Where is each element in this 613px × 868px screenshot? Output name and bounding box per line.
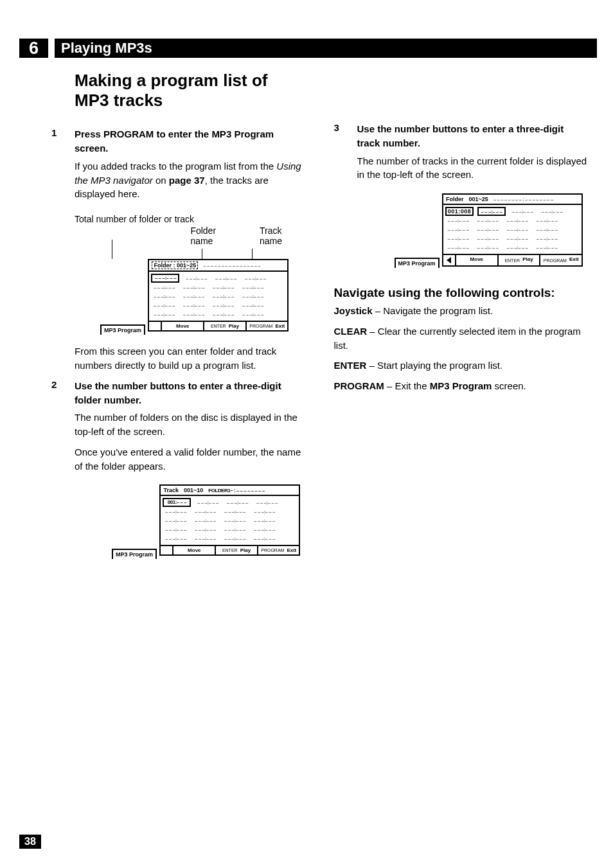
ss-footer: Move ENTERPlay PROGRAMExit xyxy=(161,545,299,554)
ss-top-b: 001~10 xyxy=(184,487,203,493)
ss-cell xyxy=(505,217,529,224)
ss-top-c: FOLDER1~ : – – – – – – – – xyxy=(208,488,264,493)
ss-top-dashes: – – – – – – – – – – – – – – – – xyxy=(203,263,260,269)
ss-cell xyxy=(254,499,279,506)
ss-enter-lbl: ENTER xyxy=(222,548,238,553)
step-heading: Press PROGRAM to enter the MP3 Program s… xyxy=(75,127,305,155)
step-1: 1 Press PROGRAM to enter the MP3 Program… xyxy=(51,127,305,208)
ss-cell xyxy=(213,275,238,281)
chapter-gap xyxy=(48,39,55,58)
ss-top-label: Folder : 001~25 xyxy=(152,261,198,269)
ss-cell xyxy=(163,526,188,533)
chapter-title: Playing MP3s xyxy=(55,39,152,58)
chapter-header: 6 Playing MP3s xyxy=(19,39,597,58)
ss-cell xyxy=(181,302,206,308)
ss-move: Move xyxy=(188,547,200,553)
text: If you added tracks to the program list … xyxy=(75,161,276,172)
step-number: 2 xyxy=(51,379,75,480)
ss-cell-selected: 001:– – – xyxy=(163,498,191,507)
ctrl-name: Joystick xyxy=(334,305,373,316)
ss-exit: Exit xyxy=(287,547,296,553)
page-number: 38 xyxy=(19,835,41,849)
step-body: The number of tracks in the current fold… xyxy=(357,154,588,182)
ss-top-b: 001~25 xyxy=(469,196,488,202)
ss-cell xyxy=(152,293,176,299)
ss-cell xyxy=(152,284,176,290)
ss-cell xyxy=(510,208,535,215)
figure-3: MP3 Program Folder 001~25 – – – – – – – … xyxy=(395,193,588,267)
ss-program-lbl: PROGRAM xyxy=(544,258,567,263)
step-body: The number of folders on the disc is dis… xyxy=(75,411,305,439)
right-column: 3 Use the number buttons to enter a thre… xyxy=(334,71,588,569)
ss-cell xyxy=(446,235,470,242)
ss-cell xyxy=(505,244,529,251)
ss-exit: Exit xyxy=(569,256,579,264)
screenshot-2: Track 001~10 FOLDER1~ : – – – – – – – – … xyxy=(159,484,300,556)
ss-cell xyxy=(181,284,206,290)
step-3: 3 Use the number buttons to enter a thre… xyxy=(334,122,588,188)
ss-cell xyxy=(193,526,217,533)
ss-cell xyxy=(252,535,276,542)
ss-cell xyxy=(240,293,265,299)
ss-program-lbl: PROGRAM xyxy=(261,548,284,553)
chapter-number: 6 xyxy=(19,39,48,58)
ss-footer: Move ENTERPlay PROGRAMExit xyxy=(443,254,582,265)
screenshot-tab: MP3 Program xyxy=(100,324,145,335)
ctrl-desc: – Start playing the program list. xyxy=(366,360,502,371)
ss-cell xyxy=(193,535,217,542)
ss-cell xyxy=(535,235,559,242)
ss-cell xyxy=(475,244,500,251)
screenshot-3: Folder 001~25 – – – – – – – – : – – – – … xyxy=(442,193,583,267)
ss-cell-selected: – – –:– – – xyxy=(151,274,179,283)
page-ref: page 37 xyxy=(169,175,205,186)
ss-cell xyxy=(446,226,470,233)
step-body: Once you've entered a valid folder numbe… xyxy=(75,445,305,474)
ss-cell xyxy=(475,217,500,224)
ctrl-name: CLEAR xyxy=(334,326,368,337)
ss-cell xyxy=(163,508,188,515)
step-1-after: From this screen you can enter folder an… xyxy=(75,344,305,373)
ss-cell xyxy=(240,284,265,290)
nav-controls: Joystick – Navigate the program list. CL… xyxy=(334,304,588,393)
annot-total: Total number of folder or track xyxy=(75,213,305,226)
ss-cell xyxy=(222,535,247,542)
ss-cell xyxy=(163,535,188,542)
ctrl-desc: – Clear the currently selected item in t… xyxy=(334,326,581,351)
screenshot-tab: MP3 Program xyxy=(395,258,440,268)
ss-cell xyxy=(535,217,559,224)
left-column: Making a program list of MP3 tracks 1 Pr… xyxy=(51,71,305,569)
ss-play: Play xyxy=(229,323,239,329)
ss-cell xyxy=(240,311,265,317)
ss-cell xyxy=(152,311,176,317)
annot-folder-name: Folder name xyxy=(190,226,239,246)
ss-cell xyxy=(535,226,559,233)
ss-exit: Exit xyxy=(275,323,285,329)
ss-enter-lbl: ENTER xyxy=(211,324,226,328)
ss-cell xyxy=(181,293,206,299)
ss-cell xyxy=(252,508,276,515)
ctrl-name: PROGRAM xyxy=(334,380,384,391)
ss-cell xyxy=(446,217,470,224)
figure-1: Total number of folder or track Folder n… xyxy=(75,213,305,333)
ss-cell xyxy=(222,508,247,515)
ss-cell xyxy=(446,244,470,251)
step-body: If you added tracks to the program list … xyxy=(75,159,305,201)
ss-cell xyxy=(225,499,249,506)
ss-cell xyxy=(240,302,265,308)
step-heading: Use the number buttons to enter a three-… xyxy=(75,379,305,407)
ss-cell xyxy=(222,526,247,533)
ctrl-desc-b: MP3 Program xyxy=(430,380,492,391)
ss-move: Move xyxy=(176,323,189,329)
ss-move: Move xyxy=(470,256,483,264)
step-heading: Use the number buttons to enter a three-… xyxy=(357,122,588,150)
ss-cell xyxy=(211,284,235,290)
ss-cell xyxy=(540,208,564,215)
text: on xyxy=(153,175,169,186)
ss-cell xyxy=(211,293,235,299)
ss-play: Play xyxy=(522,256,533,264)
arrow-left-icon xyxy=(447,257,451,263)
ctrl-desc-c: screen. xyxy=(492,380,526,391)
annot-track-name: Track name xyxy=(260,226,305,246)
ss-cell xyxy=(475,235,500,242)
ss-cell xyxy=(535,244,559,251)
